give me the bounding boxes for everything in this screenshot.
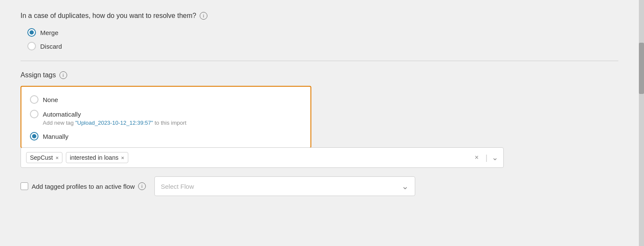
active-flow-info-icon[interactable]: i <box>138 182 146 190</box>
none-radio[interactable] <box>30 95 38 104</box>
none-label: None <box>43 96 58 103</box>
duplicates-question-text: In a case of duplicates, how do you want… <box>21 12 196 20</box>
assign-tags-info-icon[interactable]: i <box>59 71 67 79</box>
manually-option[interactable]: Manually <box>30 132 302 141</box>
merge-radio[interactable] <box>27 28 36 37</box>
manually-label: Manually <box>43 133 68 140</box>
scrollbar[interactable] <box>639 0 644 246</box>
discard-option[interactable]: Discard <box>27 42 618 50</box>
merge-label: Merge <box>40 29 59 36</box>
section-divider <box>21 61 618 61</box>
automatically-radio[interactable] <box>30 110 38 118</box>
manually-radio[interactable] <box>30 132 38 141</box>
duplicates-question: In a case of duplicates, how do you want… <box>21 12 618 20</box>
active-flow-checkbox[interactable] <box>21 182 28 190</box>
scrollbar-thumb[interactable] <box>639 43 644 94</box>
automatically-label: Automatically <box>43 111 81 118</box>
discard-label: Discard <box>40 43 62 50</box>
select-flow-chevron[interactable]: ⌄ <box>402 181 409 191</box>
tag-chip-sepcust-label: SepCust <box>30 154 53 161</box>
duplicates-radio-group: Merge Discard <box>27 28 618 50</box>
none-option[interactable]: None <box>30 95 302 104</box>
tag-input-row[interactable]: SepCust × interested in loans × × | ⌄ <box>21 147 504 168</box>
tags-dropdown-chevron[interactable]: ⌄ <box>492 153 498 162</box>
divider-icon: | <box>485 153 487 162</box>
active-flow-label-text: Add tagged profiles to an active flow <box>32 183 135 190</box>
merge-option[interactable]: Merge <box>27 28 618 37</box>
tags-radio-group: None Automatically Add new tag "Upload_2… <box>30 95 302 141</box>
tag-chip-sepcust: SepCust × <box>26 152 62 163</box>
automatically-description: Add new tag "Upload_2023-10-12_12:39:57"… <box>43 120 302 126</box>
clear-all-tags-icon[interactable]: × <box>472 154 481 161</box>
discard-radio[interactable] <box>27 42 36 50</box>
tag-chip-sepcust-remove[interactable]: × <box>56 155 59 161</box>
tag-chip-interested-in-loans-label: interested in loans <box>70 154 118 161</box>
select-flow-placeholder: Select Flow <box>161 183 194 190</box>
tag-chip-interested-in-loans: interested in loans × <box>66 152 128 163</box>
duplicates-info-icon[interactable]: i <box>200 12 207 20</box>
tag-chips-container: SepCust × interested in loans × <box>26 152 472 163</box>
automatically-option[interactable]: Automatically Add new tag "Upload_2023-1… <box>30 110 302 126</box>
assign-tags-box: None Automatically Add new tag "Upload_2… <box>21 86 311 148</box>
bottom-row: Add tagged profiles to an active flow i … <box>21 176 618 196</box>
assign-tags-label-text: Assign tags <box>21 71 56 79</box>
tag-chip-interested-in-loans-remove[interactable]: × <box>121 155 124 161</box>
active-flow-checkbox-label[interactable]: Add tagged profiles to an active flow i <box>21 182 146 190</box>
assign-tags-section-label: Assign tags i <box>21 71 618 79</box>
select-flow-dropdown[interactable]: Select Flow ⌄ <box>154 176 415 196</box>
